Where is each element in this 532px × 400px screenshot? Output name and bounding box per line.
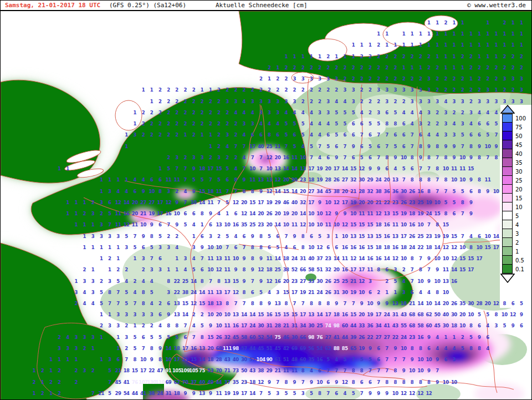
legend-value-label: 45	[515, 142, 523, 148]
legend-row: 25	[500, 176, 532, 185]
legend-boxes: 10075504540353025201510543210.50.1	[500, 114, 532, 274]
legend-value-label: 3	[515, 231, 519, 237]
legend-value-label: 0.1	[515, 266, 524, 272]
legend-color-swatch	[502, 247, 513, 256]
legend-row: 4	[500, 220, 532, 229]
legend-row: 30	[500, 167, 532, 176]
legend-value-label: 20	[515, 186, 523, 193]
legend-row: 50	[500, 131, 532, 140]
legend-color-swatch	[502, 176, 513, 185]
header-copyright: © www.wetter3.de	[467, 1, 526, 10]
legend-row: 0.1	[500, 265, 532, 274]
legend-color-swatch	[502, 131, 513, 140]
header-model-info: (GFS 0.25°) (Sa12+06)	[109, 1, 186, 10]
weather-map-page: Samstag, 21-01-2017 18 UTC (GFS 0.25°) (…	[0, 0, 532, 400]
legend-value-label: 35	[515, 160, 523, 166]
legend-row: 35	[500, 158, 532, 167]
legend-row: 75	[500, 123, 532, 131]
header-map-title: Aktuelle Schneedecke [cm]	[216, 1, 308, 10]
map-header: Samstag, 21-01-2017 18 UTC (GFS 0.25°) (…	[1, 1, 531, 11]
snow-map-svg	[1, 11, 532, 400]
ijsselmeer	[115, 100, 142, 130]
legend-color-swatch	[502, 167, 513, 176]
legend-color-swatch	[502, 265, 513, 274]
legend-color-swatch	[502, 140, 513, 149]
legend-color-swatch	[502, 229, 513, 238]
legend-value-label: 0.5	[515, 257, 524, 264]
legend-row: 100	[500, 114, 532, 123]
legend-color-swatch	[502, 256, 513, 265]
legend-arrow-down	[500, 274, 515, 283]
legend-value-label: 30	[515, 169, 523, 175]
header-datetime: Samstag, 21-01-2017 18 UTC	[5, 1, 100, 10]
legend-value-label: 2	[515, 240, 519, 246]
legend-value-label: 1	[515, 249, 519, 255]
legend-value-label: 25	[515, 178, 523, 184]
legend-color-swatch	[502, 202, 513, 211]
legend-value-label: 40	[515, 151, 523, 157]
legend-value-label: 50	[515, 133, 523, 139]
legend-color-swatch	[502, 211, 513, 220]
legend-arrow-up	[500, 105, 515, 114]
legend-row: 20	[500, 185, 532, 194]
legend-color-swatch	[502, 149, 513, 158]
legend-color-swatch	[502, 185, 513, 194]
legend-value-label: 4	[515, 222, 519, 228]
legend-color-swatch	[502, 114, 513, 123]
legend-value-label: 10	[515, 204, 523, 210]
legend-row: 45	[500, 140, 532, 149]
legend-row: 5	[500, 211, 532, 220]
legend-row: 40	[500, 149, 532, 158]
legend-color-swatch	[502, 123, 513, 131]
legend-row: 2	[500, 238, 532, 247]
legend-value-label: 100	[515, 115, 526, 121]
legend-color-swatch	[502, 238, 513, 247]
snow-depth-legend: 10075504540353025201510543210.50.1	[500, 105, 532, 296]
legend-row: 3	[500, 229, 532, 238]
legend-row: 0.5	[500, 256, 532, 265]
legend-value-label: 15	[515, 195, 523, 201]
legend-value-label: 5	[515, 213, 519, 219]
legend-color-swatch	[502, 158, 513, 167]
legend-row: 1	[500, 247, 532, 256]
legend-value-label: 75	[515, 124, 523, 130]
map-area	[1, 11, 532, 400]
legend-color-swatch	[502, 220, 513, 229]
legend-row: 15	[500, 194, 532, 202]
legend-row: 10	[500, 202, 532, 211]
legend-color-swatch	[502, 194, 513, 202]
